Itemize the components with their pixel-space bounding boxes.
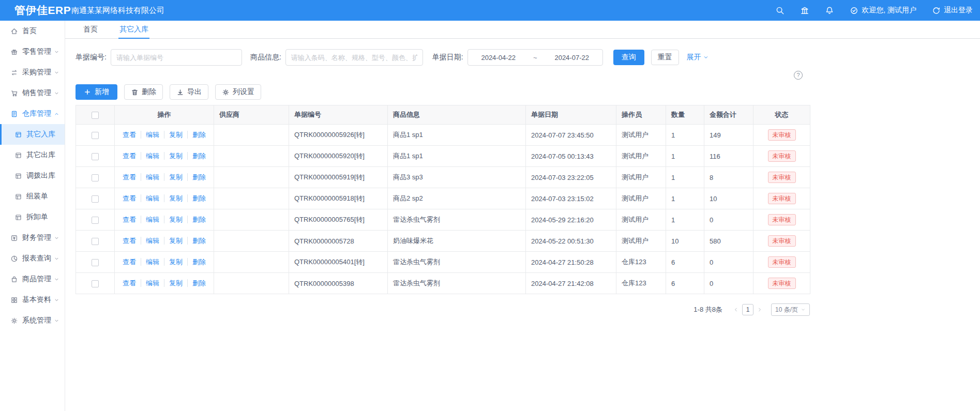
row-action-view[interactable]: 查看 bbox=[123, 173, 136, 181]
sidebar-item-basic-data[interactable]: 基本资料 bbox=[0, 290, 65, 310]
row-action-copy[interactable]: 复制 bbox=[164, 216, 183, 223]
row-action-edit[interactable]: 编辑 bbox=[141, 279, 159, 287]
cell-supplier bbox=[214, 167, 289, 188]
sidebar-item-finance[interactable]: 财务管理 bbox=[0, 227, 65, 248]
date-range-picker[interactable]: 2024-04-22 ~ 2024-07-22 bbox=[468, 49, 603, 66]
row-action-edit[interactable]: 编辑 bbox=[141, 237, 159, 245]
row-action-copy[interactable]: 复制 bbox=[164, 279, 183, 287]
sidebar-item-products[interactable]: 商品管理 bbox=[0, 269, 65, 290]
bank-icon[interactable] bbox=[800, 6, 809, 15]
row-action-delete[interactable]: 删除 bbox=[187, 279, 206, 287]
row-action-copy[interactable]: 复制 bbox=[164, 131, 183, 139]
row-action-copy[interactable]: 复制 bbox=[164, 173, 183, 181]
bell-icon[interactable] bbox=[825, 6, 834, 15]
cell-order-no: QTRK00000005765[转] bbox=[289, 209, 388, 231]
sidebar-item-transfer-outbound[interactable]: 调拨出库 bbox=[0, 165, 65, 186]
cell-amount: 116 bbox=[704, 146, 753, 167]
welcome-user[interactable]: 欢迎您, 测试用户 bbox=[850, 6, 916, 15]
cell-supplier bbox=[214, 231, 289, 252]
row-action-delete[interactable]: 删除 bbox=[187, 258, 206, 266]
add-button[interactable]: 新增 bbox=[76, 84, 117, 100]
row-action-view[interactable]: 查看 bbox=[123, 237, 136, 245]
cell-supplier bbox=[214, 209, 289, 231]
sidebar-item-reports[interactable]: 报表查询 bbox=[0, 248, 65, 269]
logout-button[interactable]: 退出登录 bbox=[932, 6, 973, 15]
sidebar-item-disassembly-order[interactable]: 拆卸单 bbox=[0, 207, 65, 227]
row-action-view[interactable]: 查看 bbox=[123, 258, 136, 266]
row-checkbox[interactable] bbox=[92, 217, 99, 224]
order-no-label: 单据编号: bbox=[76, 53, 107, 62]
next-page-icon[interactable] bbox=[757, 307, 763, 313]
current-page[interactable]: 1 bbox=[742, 304, 753, 315]
row-action-view[interactable]: 查看 bbox=[123, 216, 136, 223]
product-info-input[interactable] bbox=[285, 49, 423, 66]
sidebar-item-retail[interactable]: 零售管理 bbox=[0, 41, 65, 62]
row-action-edit[interactable]: 编辑 bbox=[141, 258, 159, 266]
column-header: 金额合计 bbox=[704, 105, 753, 125]
row-checkbox[interactable] bbox=[92, 280, 99, 287]
row-action-view[interactable]: 查看 bbox=[123, 152, 136, 160]
search-icon[interactable] bbox=[775, 6, 785, 15]
sidebar-item-warehouse[interactable]: 仓库管理 bbox=[0, 103, 65, 124]
row-action-copy[interactable]: 复制 bbox=[164, 237, 183, 245]
row-actions: 查看编辑复制删除 bbox=[115, 209, 214, 231]
export-button[interactable]: 导出 bbox=[170, 84, 208, 100]
download-icon bbox=[176, 88, 184, 96]
row-action-delete[interactable]: 删除 bbox=[187, 194, 206, 202]
tab-other-inbound[interactable]: 其它入库 bbox=[118, 21, 149, 38]
cell-product: 商品2 sp2 bbox=[388, 188, 526, 209]
row-action-edit[interactable]: 编辑 bbox=[141, 194, 159, 202]
reset-button[interactable]: 重置 bbox=[651, 50, 679, 65]
tab-home[interactable]: 首页 bbox=[82, 21, 99, 38]
prev-page-icon[interactable] bbox=[733, 307, 739, 313]
row-action-copy[interactable]: 复制 bbox=[164, 152, 183, 160]
search-button[interactable]: 查询 bbox=[613, 50, 644, 65]
row-action-delete[interactable]: 删除 bbox=[187, 152, 206, 160]
column-settings-button[interactable]: 列设置 bbox=[215, 84, 261, 100]
cell-qty: 1 bbox=[666, 209, 704, 231]
row-checkbox[interactable] bbox=[92, 132, 99, 139]
bag-icon bbox=[10, 276, 18, 283]
delete-button[interactable]: 删除 bbox=[124, 84, 163, 100]
row-action-edit[interactable]: 编辑 bbox=[141, 216, 159, 223]
row-checkbox[interactable] bbox=[92, 195, 99, 203]
row-checkbox[interactable] bbox=[92, 153, 99, 160]
row-action-view[interactable]: 查看 bbox=[123, 279, 136, 287]
row-actions: 查看编辑复制删除 bbox=[115, 188, 214, 209]
cell-supplier bbox=[214, 125, 289, 146]
row-action-edit[interactable]: 编辑 bbox=[141, 173, 159, 181]
row-action-delete[interactable]: 删除 bbox=[187, 237, 206, 245]
sidebar-item-assembly-order[interactable]: 组装单 bbox=[0, 186, 65, 207]
status-badge: 未审核 bbox=[768, 214, 796, 225]
sidebar-item-purchase[interactable]: 采购管理 bbox=[0, 62, 65, 83]
row-action-edit[interactable]: 编辑 bbox=[141, 131, 159, 139]
status-badge: 未审核 bbox=[768, 172, 796, 183]
sidebar-item-home[interactable]: 首页 bbox=[0, 21, 65, 41]
column-header: 数量 bbox=[666, 105, 704, 125]
row-action-edit[interactable]: 编辑 bbox=[141, 152, 159, 160]
cell-date: 2024-07-07 23:45:50 bbox=[526, 125, 616, 146]
sidebar-item-system[interactable]: 系统管理 bbox=[0, 310, 65, 331]
logout-icon bbox=[932, 6, 941, 15]
sidebar-item-other-inbound[interactable]: 其它入库 bbox=[0, 124, 65, 145]
row-checkbox[interactable] bbox=[92, 174, 99, 181]
sidebar-item-sales[interactable]: 销售管理 bbox=[0, 83, 65, 103]
select-all-checkbox[interactable] bbox=[92, 112, 99, 119]
row-action-delete[interactable]: 删除 bbox=[187, 173, 206, 181]
row-action-copy[interactable]: 复制 bbox=[164, 194, 183, 202]
expand-link[interactable]: 展开 bbox=[687, 53, 709, 62]
order-no-input[interactable] bbox=[111, 49, 242, 66]
filter-bar: 单据编号: 商品信息: 单据日期: 2024-04-22 ~ 2024-07-2… bbox=[76, 49, 810, 66]
row-action-view[interactable]: 查看 bbox=[123, 194, 136, 202]
help-icon[interactable]: ? bbox=[794, 71, 803, 80]
sidebar-item-other-outbound[interactable]: 其它出库 bbox=[0, 145, 65, 165]
chevron-down-icon bbox=[54, 49, 59, 55]
row-checkbox[interactable] bbox=[92, 238, 99, 245]
row-action-delete[interactable]: 删除 bbox=[187, 216, 206, 223]
row-action-delete[interactable]: 删除 bbox=[187, 131, 206, 139]
row-action-view[interactable]: 查看 bbox=[123, 131, 136, 139]
row-action-copy[interactable]: 复制 bbox=[164, 258, 183, 266]
page-size-select[interactable]: 10 条/页 bbox=[771, 303, 810, 316]
row-checkbox[interactable] bbox=[92, 259, 99, 266]
sidebar: 首页 零售管理 采购管理 销售管理 仓库管理 其它入库 其它出库 bbox=[0, 21, 65, 411]
